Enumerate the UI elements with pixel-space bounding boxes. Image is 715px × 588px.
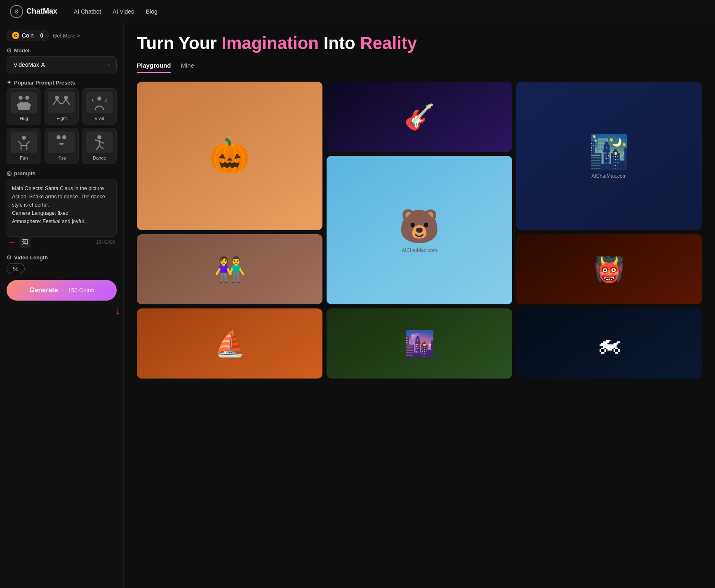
nav-ai-video[interactable]: AI Video — [113, 8, 134, 15]
svg-point-8 — [56, 135, 61, 139]
preset-dance-label: Dance — [93, 155, 106, 160]
preset-kiss-thumb — [48, 132, 75, 153]
svg-point-10 — [60, 143, 63, 145]
nav-blog[interactable]: Blog — [146, 8, 158, 15]
video-length-label: ⊙ Video Length — [7, 254, 117, 261]
model-section: ⊙ Model VideoMax-A › — [7, 47, 117, 73]
prompts-section: ◎ prompts Main Objects: Santa Claus in t… — [7, 170, 117, 248]
prompt-textarea[interactable]: Main Objects: Santa Claus in the picture… — [7, 179, 117, 237]
preset-vivid[interactable]: Vivid — [82, 88, 117, 125]
presets-section: ✦ Popular Prompt Presets Hug — [7, 79, 117, 164]
model-icon: ⊙ — [7, 47, 12, 54]
chevron-right-icon: › — [108, 61, 110, 68]
preset-hug[interactable]: Hug — [7, 88, 41, 125]
preset-fight[interactable]: Fight — [45, 88, 79, 125]
model-name: VideoMax-A — [14, 61, 45, 68]
coin-bar: C Coin | 0 Get More > — [7, 30, 117, 41]
hero-pink2: Reality — [360, 33, 417, 53]
char-count: 154/2000 — [96, 240, 115, 245]
svg-point-5 — [97, 96, 101, 101]
model-section-label: ⊙ Model — [7, 47, 117, 54]
coin-divider: | — [36, 32, 38, 39]
logo: ⚙ ChatMax — [10, 5, 57, 18]
nav-ai-chatbot[interactable]: AI Chatbot — [74, 8, 101, 15]
grid-img-cat-pumpkin: 🎃 — [137, 82, 322, 230]
sidebar: C Coin | 0 Get More > ⊙ Model VideoMax-A… — [0, 23, 124, 588]
preset-kiss[interactable]: Kiss — [45, 128, 79, 164]
grid-img-demon: 👹 — [516, 234, 702, 304]
arrow-down-icon: ↓ — [115, 304, 121, 317]
preset-dance-thumb — [86, 132, 113, 153]
preset-dance[interactable]: Dance — [82, 128, 117, 164]
logo-icon: ⚙ — [10, 5, 23, 18]
svg-point-1 — [25, 96, 29, 100]
svg-point-0 — [19, 96, 23, 100]
generate-section: Generate | 150 Coins ↓ — [7, 280, 117, 301]
hero-white2: Your — [179, 33, 221, 53]
image-grid: 🎃 🎸 🌃 AIChatMax.com 🐻 AIChatMax.com — [137, 82, 702, 379]
preset-fight-thumb — [48, 92, 75, 113]
svg-point-9 — [62, 135, 66, 139]
hero-pink1: Imagination — [221, 33, 323, 53]
prompts-icon: ◎ — [7, 170, 12, 176]
hero-title: Turn Your Imagination Into Reality — [137, 33, 702, 54]
hero-white1: Turn — [137, 33, 179, 53]
arrow-left-icon: ← — [8, 238, 16, 247]
grid-img-mini-city: 🌆 — [327, 308, 512, 379]
clock-icon: ⊙ — [7, 254, 12, 261]
presets-section-label: ✦ Popular Prompt Presets — [7, 79, 117, 86]
get-more-button[interactable]: Get More > — [53, 33, 80, 39]
video-length-button[interactable]: 5s — [7, 263, 25, 274]
preset-fun-thumb — [11, 132, 37, 153]
tab-playground[interactable]: Playground — [137, 62, 171, 73]
grid-img-vangogh-rain: 🌃 AIChatMax.com — [516, 82, 702, 230]
preset-hug-label: Hug — [20, 116, 28, 121]
preset-hug-thumb — [11, 92, 37, 113]
preset-fight-label: Fight — [56, 116, 66, 121]
preset-vivid-label: Vivid — [94, 116, 104, 121]
main-content: Turn Your Imagination Into Reality Playg… — [124, 23, 715, 588]
preset-kiss-label: Kiss — [57, 155, 66, 160]
generate-button[interactable]: Generate | 150 Coins — [7, 280, 117, 301]
preset-fun[interactable]: Fun — [7, 128, 41, 164]
grid-img-motorbike-cat: 🏍 — [516, 308, 702, 379]
tab-mine[interactable]: Mine — [181, 62, 195, 73]
header-nav: AI Chatbot AI Video Blog — [74, 8, 158, 15]
coin-badge: C Coin | 0 — [7, 30, 49, 41]
grid-img-anime-guitar: 🎸 — [327, 82, 512, 152]
hero-white3: Into — [324, 33, 360, 53]
grid-img-couple: 👫 — [137, 234, 322, 304]
preset-vivid-thumb — [86, 92, 113, 113]
generate-divider: | — [62, 287, 64, 294]
image-upload-button[interactable]: 🖼 — [19, 236, 31, 248]
svg-point-6 — [22, 136, 26, 140]
coin-icon: C — [12, 32, 19, 39]
preset-fun-label: Fun — [20, 155, 28, 160]
grid-img-pink-bear: 🐻 AIChatMax.com — [327, 156, 512, 304]
presets-icon: ✦ — [7, 79, 12, 86]
prompts-section-label: ◎ prompts — [7, 170, 117, 176]
prompt-bottom-bar: ← 🖼 154/2000 — [7, 236, 117, 248]
model-select[interactable]: VideoMax-A › — [7, 56, 117, 73]
svg-point-11 — [97, 135, 101, 139]
header: ⚙ ChatMax AI Chatbot AI Video Blog — [0, 0, 715, 23]
video-length-section: ⊙ Video Length 5s — [7, 254, 117, 274]
generate-label: Generate — [29, 287, 58, 294]
logo-text: ChatMax — [26, 7, 57, 16]
presets-grid: Hug Fight — [7, 88, 117, 164]
tabs: Playground Mine — [137, 62, 702, 73]
grid-img-sunset-ship: ⛵ — [137, 308, 322, 379]
coin-count: 0 — [40, 32, 43, 39]
main-layout: C Coin | 0 Get More > ⊙ Model VideoMax-A… — [0, 23, 715, 588]
generate-cost: 150 Coins — [68, 287, 94, 294]
coin-label: Coin — [22, 32, 34, 39]
